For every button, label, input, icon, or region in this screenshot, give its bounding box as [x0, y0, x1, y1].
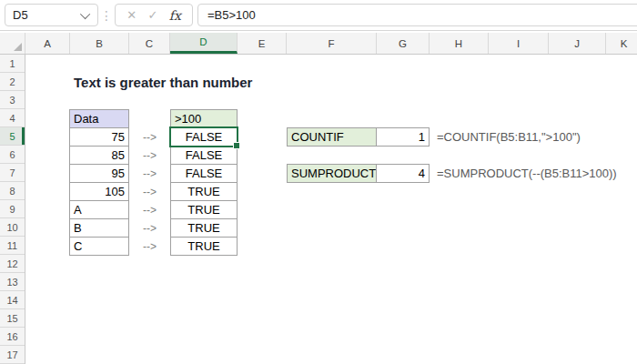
row-header-3[interactable]: 3 [0, 91, 25, 109]
cell-G5-countif-value[interactable]: 1 [376, 127, 430, 147]
cell-H5-countif-formula[interactable]: =COUNTIF(B5:B11,">100") [433, 127, 633, 147]
column-header-i[interactable]: I [489, 33, 549, 54]
row-header-10[interactable]: 10 [0, 218, 25, 237]
column-header-j[interactable]: J [549, 33, 606, 54]
cell-B6[interactable]: 85 [69, 146, 129, 165]
cell-D8[interactable]: TRUE [170, 182, 238, 201]
cell-D7[interactable]: FALSE [170, 164, 238, 183]
cell-D11[interactable]: TRUE [170, 237, 238, 256]
name-box[interactable]: D5 [5, 4, 98, 26]
cell-B11[interactable]: C [69, 237, 129, 256]
worksheet-title[interactable]: Text is greater than number [70, 73, 307, 92]
column-header-g[interactable]: G [377, 33, 430, 54]
cell-G7-sumproduct-value[interactable]: 4 [376, 164, 430, 183]
formula-input[interactable]: =B5>100 [197, 4, 637, 26]
cell-C5-arrow[interactable]: --> [129, 127, 170, 147]
row-header-13[interactable]: 13 [0, 273, 25, 291]
row-header-7[interactable]: 7 [0, 164, 25, 182]
formula-bar: D5 ⋮ ✕ ✓ fx =B5>100 [0, 0, 637, 31]
cell-B5[interactable]: 75 [69, 127, 129, 147]
row-header-4[interactable]: 4 [0, 109, 25, 127]
row-header-14[interactable]: 14 [0, 291, 25, 309]
name-box-value: D5 [13, 8, 28, 22]
excel-window: D5 ⋮ ✕ ✓ fx =B5>100 A B C D E F G H I J … [0, 0, 637, 364]
cell-B4-data-header[interactable]: Data [69, 109, 129, 128]
row-header-16[interactable]: 16 [0, 328, 25, 346]
row-header-2[interactable]: 2 [0, 73, 25, 91]
select-all-corner[interactable] [0, 33, 25, 54]
column-header-f[interactable]: F [287, 33, 377, 54]
column-header-e[interactable]: E [238, 33, 287, 54]
cell-C6-arrow[interactable]: --> [129, 146, 170, 165]
formula-buttons: ✕ ✓ fx [115, 4, 193, 26]
cell-D9[interactable]: TRUE [170, 200, 238, 219]
cell-B9[interactable]: A [69, 200, 129, 219]
row-header-8[interactable]: 8 [0, 182, 25, 200]
cell-D4-result-header[interactable]: >100 [170, 109, 238, 128]
row-header-1[interactable]: 1 [0, 55, 25, 73]
column-header-d[interactable]: D [170, 33, 238, 54]
column-headers: A B C D E F G H I J K [0, 33, 637, 55]
row-header-17[interactable]: 17 [0, 346, 25, 364]
row-header-12[interactable]: 12 [0, 255, 25, 273]
row-header-15[interactable]: 15 [0, 309, 25, 328]
cell-C11-arrow[interactable]: --> [129, 237, 170, 256]
enter-icon[interactable]: ✓ [147, 9, 157, 21]
column-header-a[interactable]: A [25, 33, 70, 54]
cell-D6[interactable]: FALSE [170, 146, 238, 165]
row-headers: 1 2 3 4 5 6 7 8 9 10 11 12 13 14 15 16 1… [0, 55, 25, 364]
separator-dots-icon: ⋮ [101, 5, 112, 26]
cell-D5-selected[interactable]: FALSE [170, 127, 238, 147]
row-header-11[interactable]: 11 [0, 237, 25, 255]
cancel-icon[interactable]: ✕ [126, 9, 136, 21]
cell-F7-sumproduct-label[interactable]: SUMPRODUCT [287, 164, 377, 183]
cell-C9-arrow[interactable]: --> [129, 200, 170, 219]
cell-B7[interactable]: 95 [69, 164, 129, 183]
column-header-k[interactable]: K [606, 33, 637, 54]
cell-B8[interactable]: 105 [69, 182, 129, 201]
cell-B10[interactable]: B [69, 218, 129, 238]
row-header-9[interactable]: 9 [0, 200, 25, 218]
column-header-h[interactable]: H [430, 33, 489, 54]
formula-text: =B5>100 [207, 8, 256, 22]
column-header-b[interactable]: B [70, 33, 129, 54]
column-header-c[interactable]: C [129, 33, 170, 54]
cell-F5-countif-label[interactable]: COUNTIF [287, 127, 377, 147]
row-header-6[interactable]: 6 [0, 146, 25, 164]
cell-C10-arrow[interactable]: --> [129, 218, 170, 238]
cell-C7-arrow[interactable]: --> [129, 164, 170, 183]
insert-function-icon[interactable]: fx [169, 8, 181, 23]
row-header-5[interactable]: 5 [0, 127, 25, 146]
cell-D10[interactable]: TRUE [170, 218, 238, 238]
cell-H7-sumproduct-formula[interactable]: =SUMPRODUCT(--(B5:B11>100)) [433, 164, 633, 183]
cell-C8-arrow[interactable]: --> [129, 182, 170, 201]
chevron-down-icon[interactable] [80, 8, 90, 18]
